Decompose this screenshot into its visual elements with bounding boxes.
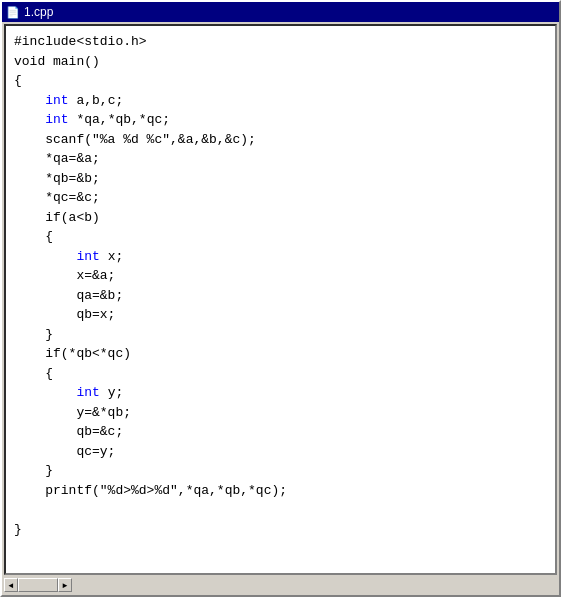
title-bar: 📄 1.cpp xyxy=(2,2,559,22)
code-editor[interactable]: #include<stdio.h> void main() { int a,b,… xyxy=(4,24,557,575)
scroll-thumb[interactable] xyxy=(18,578,58,592)
file-icon: 📄 xyxy=(6,6,20,19)
window-title: 1.cpp xyxy=(24,5,53,19)
horizontal-scrollbar[interactable]: ◄ ► xyxy=(4,577,557,593)
code-content: #include<stdio.h> void main() { int a,b,… xyxy=(6,30,555,541)
scroll-left-button[interactable]: ◄ xyxy=(4,578,18,592)
scroll-right-button[interactable]: ► xyxy=(58,578,72,592)
main-window: 📄 1.cpp #include<stdio.h> void main() { … xyxy=(0,0,561,597)
